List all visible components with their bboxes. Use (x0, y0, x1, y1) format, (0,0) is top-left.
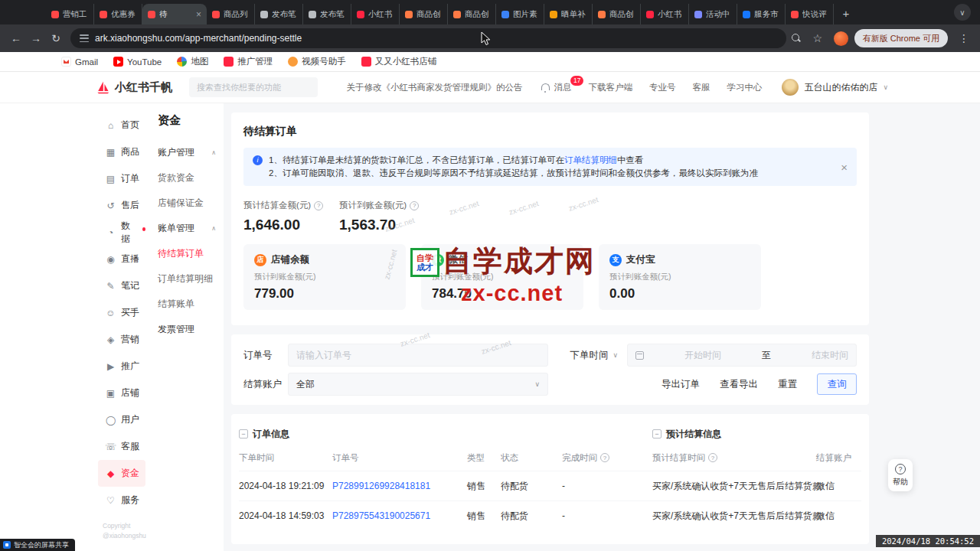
app-logo[interactable]: 小红书千帆 (95, 80, 172, 95)
browser-tab[interactable]: 优惠券 (94, 4, 142, 24)
app-search-input[interactable]: 搜索查找你想要的功能 (189, 77, 318, 97)
stat-arrival-amount: 预计到账金额(元)? 1,563.70 (339, 200, 435, 233)
bookmark-gmail[interactable]: Gmail (61, 57, 98, 67)
subnav-group-account[interactable]: 账户管理∧ (149, 140, 224, 165)
back-icon[interactable]: ← (6, 28, 26, 48)
collapse-icon[interactable]: − (652, 429, 662, 439)
subnav-item-settle-detail[interactable]: 订单结算明细 (149, 266, 224, 292)
subnav-group-bills[interactable]: 账单管理∧ (149, 216, 224, 241)
view-export-button[interactable]: 查看导出 (720, 378, 758, 391)
subnav-item-pending-settle[interactable]: 待结算订单 (149, 241, 224, 266)
sidebar-item-notes[interactable]: ✎笔记 (98, 272, 145, 299)
cell-type: 销售 (467, 510, 501, 523)
tab-title: 商品列 (224, 9, 249, 20)
bookmark-youtube[interactable]: YouTube (113, 57, 162, 67)
accounts-row: 店店铺余额 预计到账金额(元) 779.00 微微信 预计到账金额(元) 784… (243, 244, 857, 310)
collapse-icon[interactable]: − (239, 429, 248, 439)
forward-icon[interactable]: → (26, 28, 46, 48)
page-title: 待结算订单 (243, 125, 857, 139)
sidebar-item-marketing[interactable]: ◈营销 (98, 326, 145, 353)
settle-account-select[interactable]: 全部∨ (288, 373, 548, 396)
time-type-select[interactable]: 下单时间∨ (570, 349, 618, 362)
address-bar[interactable]: ark.xiaohongshu.com/app-merchant/pending… (70, 28, 786, 48)
browser-tab-active[interactable]: 待× (142, 4, 207, 24)
messages-button[interactable]: 消息 17 (541, 82, 571, 93)
browser-tab[interactable]: 商品列 (207, 4, 255, 24)
services-icon: ♡ (105, 495, 116, 506)
sidebar-item-data[interactable]: ◔数据 (98, 219, 145, 246)
support-link[interactable]: 客服 (692, 82, 710, 93)
query-button[interactable]: 查询 (817, 373, 857, 395)
settle-account-label: 结算账户 (243, 378, 288, 391)
tab-title: 营销工 (63, 9, 88, 20)
help-circle-icon[interactable]: ? (410, 201, 419, 210)
help-circle-icon[interactable]: ? (314, 201, 323, 210)
sidebar-item-shop[interactable]: ▣店铺 (98, 380, 145, 406)
browser-tab[interactable]: 活动中 (689, 4, 737, 24)
browser-tab[interactable]: 小红书 (641, 4, 689, 24)
sidebar-item-live[interactable]: ◉直播 (98, 246, 145, 272)
announcement-link[interactable]: 关于修改《小红书商家发货管理规则》的公告 (346, 82, 522, 93)
screen-share-indicator[interactable]: 智全会的屏幕共享 (0, 539, 75, 551)
bookmark-video-helper[interactable]: 视频号助手 (288, 56, 346, 67)
bookmark-promotion[interactable]: 推广管理 (224, 56, 273, 67)
site-info-icon[interactable] (80, 34, 89, 42)
order-no-link[interactable]: P728975543190025671 (332, 510, 430, 521)
download-client-link[interactable]: 下载客户端 (588, 82, 632, 93)
settle-detail-link[interactable]: 订单结算明细 (564, 155, 617, 165)
reset-button[interactable]: 重置 (778, 378, 797, 391)
tab-search-caret-icon[interactable]: ∨ (954, 4, 971, 21)
sidebar-item-home[interactable]: ⌂首页 (98, 112, 145, 139)
sidebar-item-aftersale[interactable]: ↺售后 (98, 192, 145, 219)
notification-dot (142, 227, 145, 231)
sidebar-item-funds[interactable]: ◆资金 (98, 460, 145, 487)
browser-tab[interactable]: 图片素 (496, 4, 544, 24)
help-circle-icon[interactable]: ? (600, 453, 609, 462)
subnav-item-settle-bill[interactable]: 结算账单 (149, 292, 224, 317)
sidebar-item-users[interactable]: ◯用户 (98, 406, 145, 433)
tab-title: 小红书 (658, 9, 683, 20)
browser-tab[interactable]: 服务市 (737, 4, 786, 24)
help-circle-icon[interactable]: ? (708, 453, 717, 462)
browser-tab[interactable]: 商品创 (593, 4, 641, 24)
sidebar-item-orders[interactable]: ▤订单 (98, 165, 145, 192)
profile-avatar[interactable] (834, 31, 848, 46)
subnav-group-invoice[interactable]: 发票管理 (149, 317, 224, 342)
export-orders-button[interactable]: 导出订单 (662, 378, 700, 391)
browser-tab[interactable]: 营销工 (46, 4, 94, 24)
tab-favicon (598, 11, 606, 18)
reload-icon[interactable]: ↻ (46, 28, 66, 48)
close-icon[interactable]: × (841, 161, 848, 174)
learning-center-link[interactable]: 学习中心 (727, 82, 762, 93)
zoom-icon[interactable] (791, 33, 802, 44)
bookmark-star-icon[interactable]: ☆ (808, 28, 828, 48)
date-range-input[interactable]: 开始时间 至 结束时间 (627, 344, 857, 367)
order-no-input[interactable] (288, 344, 548, 367)
chrome-update-chip[interactable]: 有新版 Chrome 可用 (854, 29, 948, 47)
browser-tab[interactable]: 发布笔 (255, 4, 303, 24)
select-value: 全部 (296, 378, 315, 391)
sidebar-item-services[interactable]: ♡服务 (98, 487, 145, 514)
new-tab-button[interactable]: + (837, 4, 855, 22)
subnav-item-goods-funds[interactable]: 货款资金 (149, 165, 224, 191)
sidebar-item-service[interactable]: ☏客服 (98, 433, 145, 460)
account-menu[interactable]: 五台山的佑佑的店 ∨ (782, 79, 888, 96)
subnav-item-deposit[interactable]: 店铺保证金 (149, 191, 224, 216)
browser-tab[interactable]: 发布笔 (303, 4, 351, 24)
stat-value: 1,563.70 (339, 217, 435, 233)
browser-tab[interactable]: 商品创 (448, 4, 496, 24)
pro-account-link[interactable]: 专业号 (649, 82, 676, 93)
tab-close-icon[interactable]: × (196, 9, 201, 20)
browser-tab[interactable]: 小红书 (351, 4, 400, 24)
menu-kebab-icon[interactable]: ⋮ (954, 28, 974, 48)
sidebar-item-buyers[interactable]: ☺买手 (98, 299, 145, 326)
sidebar-item-promotion[interactable]: ▶推广 (98, 353, 145, 380)
sidebar-item-products[interactable]: ▦商品 (98, 139, 145, 165)
browser-tab[interactable]: 商品创 (400, 4, 448, 24)
bookmark-maps[interactable]: 地图 (177, 56, 208, 67)
help-button[interactable]: ? 帮助 (888, 459, 913, 491)
browser-tab[interactable]: 快说评 (786, 4, 834, 24)
browser-tab[interactable]: 晒单补 (544, 4, 593, 24)
bookmark-xhs-shop[interactable]: 又又小红书店铺 (361, 56, 437, 67)
order-no-link[interactable]: P728991269928418181 (332, 481, 430, 491)
